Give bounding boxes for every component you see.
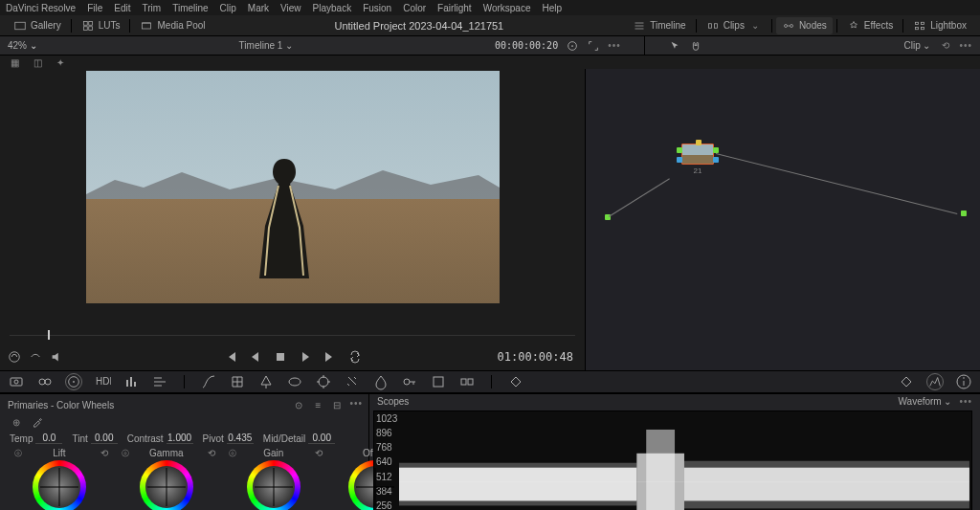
color-match-icon[interactable]	[36, 373, 54, 390]
menu-item[interactable]: Edit	[114, 3, 130, 13]
camera-raw-icon[interactable]	[8, 373, 25, 390]
clips-button[interactable]: Clips ⌄	[701, 17, 768, 34]
primaries-options-icon[interactable]: •••	[349, 398, 363, 411]
contrast-value[interactable]: 1.000	[167, 432, 193, 444]
luts-button[interactable]: LUTs	[76, 17, 126, 34]
keyframe-panel-icon[interactable]	[898, 373, 915, 390]
bars-mode-icon[interactable]: ≡	[311, 398, 324, 411]
nodes-options-icon[interactable]: •••	[960, 40, 973, 51]
lightbox-button[interactable]: Lightbox	[907, 17, 972, 34]
play-button[interactable]	[298, 349, 313, 365]
scopes-options-icon[interactable]: •••	[959, 396, 972, 407]
stop-button[interactable]	[273, 349, 288, 365]
keyframes-icon[interactable]	[507, 373, 524, 390]
prev-clip-button[interactable]	[223, 349, 238, 365]
tracking-icon[interactable]	[315, 373, 332, 390]
qualifier-icon[interactable]	[257, 373, 275, 390]
key-icon[interactable]	[401, 373, 418, 390]
menu-item[interactable]: Timeline	[172, 3, 208, 13]
info-icon[interactable]	[955, 373, 972, 390]
reset-icon[interactable]: ⟲	[312, 447, 325, 460]
viewer-scrubber[interactable]	[0, 326, 585, 344]
scope-mode-dropdown[interactable]: Waveform ⌄	[899, 396, 952, 407]
picker-icon[interactable]: ⦾	[119, 447, 132, 460]
split-icon[interactable]: ◫	[31, 55, 44, 69]
unmix-icon[interactable]	[29, 350, 42, 364]
scopes-panel-icon[interactable]	[926, 373, 944, 390]
gain-color-wheel[interactable]	[247, 460, 301, 510]
node-output[interactable]	[961, 211, 967, 216]
highlight-icon[interactable]: ✦	[54, 55, 67, 69]
menu-item[interactable]: Fusion	[363, 3, 391, 13]
node-in-dot-alpha[interactable]	[677, 157, 682, 163]
playhead-timecode[interactable]: 01:00:00:48	[498, 350, 573, 364]
render-cache-icon[interactable]	[566, 39, 579, 53]
mute-icon[interactable]	[50, 350, 63, 364]
warper-icon[interactable]	[229, 373, 246, 390]
magic-mask-icon[interactable]	[344, 373, 361, 390]
node-key-dot[interactable]	[696, 140, 702, 145]
pointer-icon[interactable]	[668, 39, 681, 53]
menu-item[interactable]: Fairlight	[437, 3, 472, 13]
picker-icon[interactable]: ⦾	[11, 447, 25, 460]
window-icon[interactable]	[286, 373, 303, 390]
auto-balance-icon[interactable]: ⊕	[10, 415, 23, 429]
hand-icon[interactable]	[689, 39, 702, 53]
timeline-button[interactable]: Timeline	[627, 17, 691, 34]
viewer-options-icon[interactable]: •••	[608, 40, 621, 51]
motion-effects-icon[interactable]	[151, 373, 168, 390]
bypass-icon[interactable]	[8, 350, 21, 364]
nodes-panel[interactable]	[586, 69, 980, 370]
reset-icon[interactable]: ⟲	[205, 447, 218, 460]
temp-value[interactable]: 0.0	[35, 432, 62, 444]
reset-icon[interactable]: ⟲	[939, 39, 952, 53]
menu-item[interactable]: Color	[403, 3, 426, 13]
nodes-icon	[782, 19, 795, 33]
tint-value[interactable]: 0.00	[91, 432, 118, 444]
menu-item[interactable]: File	[87, 3, 102, 13]
middetail-value[interactable]: 0.00	[308, 432, 335, 444]
expand-icon[interactable]	[587, 39, 600, 53]
menu-item[interactable]: Help	[542, 3, 562, 13]
reverse-button[interactable]	[248, 349, 263, 365]
color-wheels-icon[interactable]	[65, 373, 82, 390]
svg-point-17	[571, 45, 573, 47]
loop-button[interactable]	[347, 349, 363, 365]
timeline-name-dropdown[interactable]: Timeline 1 ⌄	[239, 40, 294, 51]
scope-display[interactable]: 10238967686405123842561280	[373, 410, 972, 510]
menu-item[interactable]: View	[280, 3, 301, 13]
gamma-color-wheel[interactable]	[140, 460, 193, 510]
lift-color-wheel[interactable]	[33, 460, 86, 510]
node-in-dot[interactable]	[677, 147, 682, 153]
next-clip-button[interactable]	[323, 349, 338, 365]
nodes-button[interactable]: Nodes	[776, 17, 833, 34]
menu-item[interactable]: Clip	[220, 3, 236, 13]
stereo-icon[interactable]	[458, 373, 476, 390]
node-out-dot-alpha[interactable]	[713, 157, 719, 163]
header-timecode[interactable]: 00:00:00:20	[495, 40, 558, 51]
menu-item[interactable]: Mark	[248, 3, 269, 13]
gallery-button[interactable]: Gallery	[8, 17, 67, 34]
picker-icon[interactable]: ⦾	[226, 447, 239, 460]
menu-item[interactable]: Playback	[313, 3, 352, 13]
hdr-palette-icon[interactable]: HDR	[94, 373, 111, 390]
viewer-canvas[interactable]	[0, 69, 585, 326]
log-mode-icon[interactable]: ⊟	[330, 398, 344, 411]
sizing-icon[interactable]	[430, 373, 447, 390]
menu-item[interactable]: Trim	[143, 3, 162, 13]
mediapool-button[interactable]: Media Pool	[134, 17, 211, 34]
image-wipe-icon[interactable]: ▦	[8, 55, 21, 69]
menu-item[interactable]: Workspace	[483, 3, 531, 13]
picker-icon[interactable]	[31, 415, 44, 429]
blur-icon[interactable]	[372, 373, 390, 390]
nodes-mode-dropdown[interactable]: Clip ⌄	[903, 40, 930, 51]
pivot-value[interactable]: 0.435	[227, 432, 254, 444]
node-thumbnail[interactable]	[681, 144, 714, 165]
effects-button[interactable]: Effects	[841, 17, 899, 34]
zoom-dropdown[interactable]: 42% ⌄	[8, 40, 37, 51]
curves-icon[interactable]	[200, 373, 217, 390]
reset-icon[interactable]: ⟲	[98, 447, 111, 460]
rgb-mixer-icon[interactable]	[122, 373, 140, 390]
wheels-mode-icon[interactable]: ⊙	[292, 398, 305, 411]
menu-item[interactable]: DaVinci Resolve	[6, 3, 76, 13]
